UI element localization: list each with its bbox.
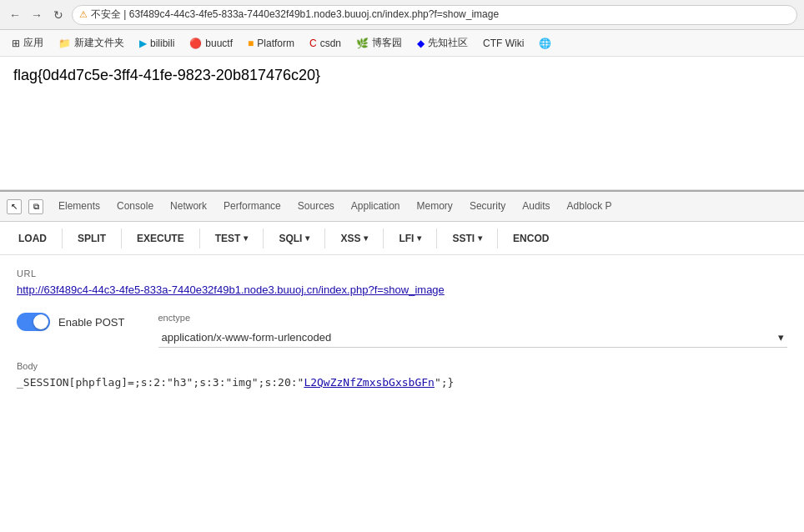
boke-icon: 🌿 (356, 38, 369, 49)
ssti-label: SSTI (452, 233, 475, 244)
url-suffix: ?f=show_image (368, 284, 444, 296)
test-label: TEST (215, 233, 241, 244)
xss-button[interactable]: XSS ▾ (332, 226, 376, 251)
enctype-group: enctype application/x-www-form-urlencode… (158, 313, 788, 348)
bookmark-buuctf-label: buuctf (205, 38, 233, 49)
tool-buttons-bar: LOAD SPLIT EXECUTE TEST ▾ SQLI ▾ XSS ▾ L… (0, 222, 804, 255)
bookmark-xianzhishe[interactable]: ◆ 先知社区 (410, 33, 475, 54)
toggle-container: Enable POST (17, 313, 125, 331)
enable-post-toggle[interactable] (17, 313, 50, 331)
tab-elements[interactable]: Elements (50, 192, 108, 222)
divider-5 (324, 228, 325, 248)
tab-memory[interactable]: Memory (409, 192, 461, 222)
bookmark-ctfwiki[interactable]: CTF Wiki (476, 33, 530, 54)
bookmark-platform[interactable]: ■ Platform (241, 33, 301, 54)
browser-titlebar: ← → ↻ ⚠ 不安全 | 63f489c4-44c3-4fe5-833a-74… (0, 0, 804, 30)
body-content: _SESSION[phpflag]=;s:2:"h3";s:3:"img";s:… (17, 376, 787, 389)
devtools-panel: ↖ ⧉ Elements Console Network Performance… (0, 190, 804, 422)
tab-performance[interactable]: Performance (215, 192, 289, 222)
folder-icon: 📁 (58, 38, 71, 49)
body-prefix: _SESSION[phpflag]=;s:2:"h3";s:3:"img";s:… (17, 376, 304, 389)
bookmark-new-folder-label: 新建文件夹 (74, 36, 124, 50)
flag-text: flag{0d4d7c5e-3ff4-41fe-9823-20b817476c2… (13, 67, 320, 83)
address-text: 不安全 | 63f489c4-44c3-4fe5-833a-7440e32f49… (91, 8, 499, 22)
divider-7 (436, 228, 437, 248)
devtools-tabs: ↖ ⧉ Elements Console Network Performance… (0, 192, 804, 222)
bilibili-icon: ▶ (139, 38, 147, 49)
enctype-value: application/x-www-form-urlencoded (162, 331, 332, 344)
enctype-dropdown-arrow: ▾ (778, 331, 784, 344)
xianzhishe-icon: ◆ (417, 38, 425, 49)
load-button[interactable]: LOAD (10, 226, 55, 251)
lfi-button[interactable]: LFI ▾ (390, 226, 430, 251)
url-label: URL (17, 269, 787, 279)
tab-security[interactable]: Security (461, 192, 514, 222)
bookmark-buuctf[interactable]: 🔴 buuctf (183, 33, 239, 54)
bookmark-boke[interactable]: 🌿 博客园 (349, 33, 409, 54)
body-label: Body (17, 361, 787, 371)
execute-button[interactable]: EXECUTE (128, 226, 193, 251)
bookmark-apps-label: 应用 (23, 36, 43, 50)
encod-button[interactable]: ENCOD (505, 226, 557, 251)
sqli-arrow: ▾ (305, 233, 309, 243)
address-bar[interactable]: ⚠ 不安全 | 63f489c4-44c3-4fe5-833a-7440e32f… (72, 5, 797, 25)
bookmark-ctfwiki-label: CTF Wiki (483, 38, 524, 49)
divider-1 (62, 228, 63, 248)
bookmark-new-folder[interactable]: 📁 新建文件夹 (52, 33, 131, 54)
tab-network[interactable]: Network (162, 192, 215, 222)
url-link: http://63f489c4-44c3-4fe5-833a-7440e32f4… (17, 284, 368, 296)
ssti-arrow: ▾ (478, 233, 482, 243)
back-button[interactable]: ← (7, 7, 23, 23)
bookmark-globe[interactable]: 🌐 (532, 33, 558, 54)
sqli-label: SQLI (279, 233, 302, 244)
lfi-label: LFI (399, 233, 414, 244)
split-button[interactable]: SPLIT (69, 226, 114, 251)
forward-button[interactable]: → (28, 7, 45, 23)
globe-icon: 🌐 (539, 38, 551, 49)
test-arrow: ▾ (244, 233, 248, 243)
body-link[interactable]: L2QwZzNfZmxsbGxsbGFn (304, 376, 435, 389)
reload-button[interactable]: ↻ (50, 7, 67, 23)
divider-6 (383, 228, 384, 248)
divider-4 (263, 228, 264, 248)
bookmark-csdn-label: csdn (320, 38, 341, 49)
apps-icon: ⊞ (12, 38, 20, 49)
xss-arrow: ▾ (364, 233, 368, 243)
devtools-inspect-icon[interactable]: ⧉ (28, 199, 43, 214)
test-button[interactable]: TEST ▾ (207, 226, 257, 251)
divider-2 (121, 228, 122, 248)
toggle-knob (33, 314, 48, 329)
enctype-label: enctype (158, 313, 788, 323)
main-panel: URL http://63f489c4-44c3-4fe5-833a-7440e… (0, 255, 804, 422)
xss-label: XSS (340, 233, 360, 244)
tab-console[interactable]: Console (108, 192, 162, 222)
lfi-arrow: ▾ (417, 233, 421, 243)
bookmarks-bar: ⊞ 应用 📁 新建文件夹 ▶ bilibili 🔴 buuctf ■ Platf… (0, 30, 804, 57)
body-section: Body _SESSION[phpflag]=;s:2:"h3";s:3:"im… (17, 361, 787, 389)
tab-adblock[interactable]: Adblock P (559, 192, 621, 222)
buuctf-icon: 🔴 (189, 38, 202, 49)
devtools-cursor-icon[interactable]: ↖ (7, 199, 22, 214)
sqli-button[interactable]: SQLI ▾ (270, 226, 318, 251)
tab-application[interactable]: Application (343, 192, 409, 222)
tab-sources[interactable]: Sources (289, 192, 343, 222)
tab-audits[interactable]: Audits (514, 192, 558, 222)
enctype-select[interactable]: application/x-www-form-urlencoded ▾ (158, 328, 788, 348)
bookmark-xianzhishe-label: 先知社区 (428, 36, 468, 50)
bookmark-boke-label: 博客园 (372, 36, 402, 50)
csdn-icon: C (309, 38, 317, 49)
divider-3 (199, 228, 200, 248)
lock-icon: ⚠ (79, 9, 88, 20)
toggle-label: Enable POST (58, 316, 125, 329)
bookmark-csdn[interactable]: C csdn (303, 33, 348, 54)
page-content: flag{0d4d7c5e-3ff4-41fe-9823-20b817476c2… (0, 57, 804, 190)
bookmark-bilibili[interactable]: ▶ bilibili (133, 33, 181, 54)
url-display[interactable]: http://63f489c4-44c3-4fe5-833a-7440e32f4… (17, 284, 787, 296)
url-field-group: URL http://63f489c4-44c3-4fe5-833a-7440e… (17, 269, 787, 296)
body-suffix: ";} (435, 376, 454, 389)
bookmark-apps[interactable]: ⊞ 应用 (5, 33, 50, 54)
ssti-button[interactable]: SSTI ▾ (444, 226, 490, 251)
bookmark-platform-label: Platform (257, 38, 294, 49)
platform-icon: ■ (248, 38, 254, 49)
divider-8 (497, 228, 498, 248)
